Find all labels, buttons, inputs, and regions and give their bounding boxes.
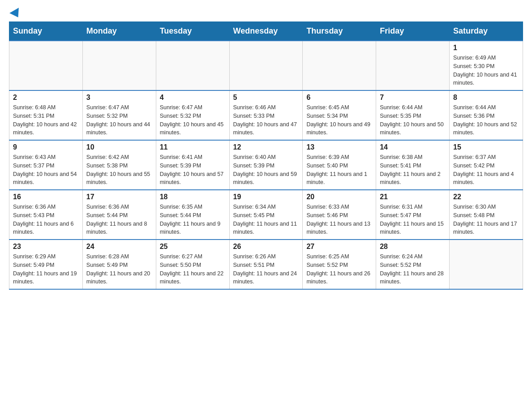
- day-number: 17: [86, 193, 152, 201]
- calendar-cell: 13Sunrise: 6:39 AM Sunset: 5:40 PM Dayli…: [303, 140, 376, 190]
- day-info: Sunrise: 6:45 AM Sunset: 5:34 PM Dayligh…: [306, 103, 372, 137]
- calendar-cell: 19Sunrise: 6:34 AM Sunset: 5:45 PM Dayli…: [229, 190, 303, 240]
- day-info: Sunrise: 6:41 AM Sunset: 5:39 PM Dayligh…: [160, 153, 226, 187]
- day-info: Sunrise: 6:36 AM Sunset: 5:43 PM Dayligh…: [13, 203, 79, 236]
- day-number: 18: [160, 193, 226, 201]
- day-info: Sunrise: 6:43 AM Sunset: 5:37 PM Dayligh…: [13, 153, 79, 187]
- day-number: 5: [233, 94, 299, 102]
- day-number: 12: [233, 143, 299, 151]
- day-number: 1: [453, 44, 519, 52]
- calendar-cell: [376, 41, 450, 90]
- day-info: Sunrise: 6:30 AM Sunset: 5:48 PM Dayligh…: [453, 203, 519, 236]
- calendar-cell: 3Sunrise: 6:47 AM Sunset: 5:32 PM Daylig…: [82, 90, 156, 140]
- day-info: Sunrise: 6:26 AM Sunset: 5:51 PM Dayligh…: [233, 253, 299, 286]
- day-info: Sunrise: 6:47 AM Sunset: 5:32 PM Dayligh…: [86, 103, 152, 137]
- day-number: 4: [160, 94, 226, 102]
- page-header: [9, 9, 523, 17]
- weekday-header-tuesday: Tuesday: [156, 22, 229, 41]
- day-number: 24: [86, 243, 152, 251]
- day-number: 25: [160, 243, 226, 251]
- logo-blue-text: [9, 9, 21, 17]
- day-info: Sunrise: 6:36 AM Sunset: 5:44 PM Dayligh…: [86, 203, 152, 236]
- day-info: Sunrise: 6:49 AM Sunset: 5:30 PM Dayligh…: [453, 54, 519, 87]
- calendar-cell: 23Sunrise: 6:29 AM Sunset: 5:49 PM Dayli…: [9, 240, 83, 289]
- calendar-cell: 28Sunrise: 6:24 AM Sunset: 5:52 PM Dayli…: [376, 240, 450, 289]
- day-info: Sunrise: 6:38 AM Sunset: 5:41 PM Dayligh…: [380, 153, 446, 187]
- day-info: Sunrise: 6:39 AM Sunset: 5:40 PM Dayligh…: [306, 153, 372, 187]
- calendar-cell: 12Sunrise: 6:40 AM Sunset: 5:39 PM Dayli…: [229, 140, 303, 190]
- day-number: 2: [13, 94, 79, 102]
- calendar-cell: 22Sunrise: 6:30 AM Sunset: 5:48 PM Dayli…: [450, 190, 523, 240]
- day-number: 7: [380, 94, 446, 102]
- day-info: Sunrise: 6:27 AM Sunset: 5:50 PM Dayligh…: [160, 253, 226, 286]
- calendar-cell: 5Sunrise: 6:46 AM Sunset: 5:33 PM Daylig…: [229, 90, 303, 140]
- day-number: 21: [380, 193, 446, 201]
- day-number: 27: [306, 243, 372, 251]
- calendar-cell: 18Sunrise: 6:35 AM Sunset: 5:44 PM Dayli…: [156, 190, 229, 240]
- calendar-cell: 15Sunrise: 6:37 AM Sunset: 5:42 PM Dayli…: [450, 140, 523, 190]
- calendar-cell: 17Sunrise: 6:36 AM Sunset: 5:44 PM Dayli…: [82, 190, 156, 240]
- calendar-cell: 27Sunrise: 6:25 AM Sunset: 5:52 PM Dayli…: [303, 240, 376, 289]
- weekday-header-wednesday: Wednesday: [229, 22, 303, 41]
- logo: [9, 9, 21, 17]
- weekday-header-sunday: Sunday: [9, 22, 83, 41]
- day-info: Sunrise: 6:47 AM Sunset: 5:32 PM Dayligh…: [160, 103, 226, 137]
- day-number: 20: [306, 193, 372, 201]
- day-info: Sunrise: 6:46 AM Sunset: 5:33 PM Dayligh…: [233, 103, 299, 137]
- calendar-cell: [229, 41, 303, 90]
- calendar-cell: 21Sunrise: 6:31 AM Sunset: 5:47 PM Dayli…: [376, 190, 450, 240]
- calendar-cell: [82, 41, 156, 90]
- day-number: 13: [306, 143, 372, 151]
- calendar-cell: 6Sunrise: 6:45 AM Sunset: 5:34 PM Daylig…: [303, 90, 376, 140]
- day-number: 23: [13, 243, 79, 251]
- weekday-header-friday: Friday: [376, 22, 450, 41]
- day-number: 11: [160, 143, 226, 151]
- calendar-week-row: 1Sunrise: 6:49 AM Sunset: 5:30 PM Daylig…: [9, 41, 523, 90]
- calendar-header-row: SundayMondayTuesdayWednesdayThursdayFrid…: [9, 22, 523, 41]
- day-info: Sunrise: 6:42 AM Sunset: 5:38 PM Dayligh…: [86, 153, 152, 187]
- day-info: Sunrise: 6:31 AM Sunset: 5:47 PM Dayligh…: [380, 203, 446, 236]
- day-info: Sunrise: 6:44 AM Sunset: 5:36 PM Dayligh…: [453, 103, 519, 137]
- calendar-cell: 7Sunrise: 6:44 AM Sunset: 5:35 PM Daylig…: [376, 90, 450, 140]
- calendar-cell: 14Sunrise: 6:38 AM Sunset: 5:41 PM Dayli…: [376, 140, 450, 190]
- day-info: Sunrise: 6:24 AM Sunset: 5:52 PM Dayligh…: [380, 253, 446, 286]
- calendar-cell: 4Sunrise: 6:47 AM Sunset: 5:32 PM Daylig…: [156, 90, 229, 140]
- calendar-cell: [156, 41, 229, 90]
- calendar-cell: 20Sunrise: 6:33 AM Sunset: 5:46 PM Dayli…: [303, 190, 376, 240]
- calendar-cell: 9Sunrise: 6:43 AM Sunset: 5:37 PM Daylig…: [9, 140, 83, 190]
- calendar-week-row: 23Sunrise: 6:29 AM Sunset: 5:49 PM Dayli…: [9, 240, 523, 289]
- day-info: Sunrise: 6:48 AM Sunset: 5:31 PM Dayligh…: [13, 103, 79, 137]
- day-number: 19: [233, 193, 299, 201]
- calendar-cell: 1Sunrise: 6:49 AM Sunset: 5:30 PM Daylig…: [450, 41, 523, 90]
- calendar-cell: 8Sunrise: 6:44 AM Sunset: 5:36 PM Daylig…: [450, 90, 523, 140]
- weekday-header-monday: Monday: [82, 22, 156, 41]
- day-number: 26: [233, 243, 299, 251]
- calendar-cell: 26Sunrise: 6:26 AM Sunset: 5:51 PM Dayli…: [229, 240, 303, 289]
- day-info: Sunrise: 6:37 AM Sunset: 5:42 PM Dayligh…: [453, 153, 519, 187]
- day-number: 3: [86, 94, 152, 102]
- day-info: Sunrise: 6:25 AM Sunset: 5:52 PM Dayligh…: [306, 253, 372, 286]
- day-info: Sunrise: 6:40 AM Sunset: 5:39 PM Dayligh…: [233, 153, 299, 187]
- day-info: Sunrise: 6:33 AM Sunset: 5:46 PM Dayligh…: [306, 203, 372, 236]
- calendar-cell: 11Sunrise: 6:41 AM Sunset: 5:39 PM Dayli…: [156, 140, 229, 190]
- logo-triangle-icon: [9, 8, 23, 20]
- calendar-cell: [450, 240, 523, 289]
- day-info: Sunrise: 6:29 AM Sunset: 5:49 PM Dayligh…: [13, 253, 79, 286]
- weekday-header-thursday: Thursday: [303, 22, 376, 41]
- day-number: 10: [86, 143, 152, 151]
- calendar-week-row: 2Sunrise: 6:48 AM Sunset: 5:31 PM Daylig…: [9, 90, 523, 140]
- weekday-header-saturday: Saturday: [450, 22, 523, 41]
- day-info: Sunrise: 6:35 AM Sunset: 5:44 PM Dayligh…: [160, 203, 226, 236]
- day-number: 6: [306, 94, 372, 102]
- calendar-cell: 24Sunrise: 6:28 AM Sunset: 5:49 PM Dayli…: [82, 240, 156, 289]
- calendar-week-row: 9Sunrise: 6:43 AM Sunset: 5:37 PM Daylig…: [9, 140, 523, 190]
- day-number: 14: [380, 143, 446, 151]
- calendar-cell: [303, 41, 376, 90]
- day-number: 15: [453, 143, 519, 151]
- day-number: 28: [380, 243, 446, 251]
- calendar-week-row: 16Sunrise: 6:36 AM Sunset: 5:43 PM Dayli…: [9, 190, 523, 240]
- day-number: 16: [13, 193, 79, 201]
- day-info: Sunrise: 6:28 AM Sunset: 5:49 PM Dayligh…: [86, 253, 152, 286]
- calendar-cell: 2Sunrise: 6:48 AM Sunset: 5:31 PM Daylig…: [9, 90, 83, 140]
- calendar-table: SundayMondayTuesdayWednesdayThursdayFrid…: [9, 21, 523, 290]
